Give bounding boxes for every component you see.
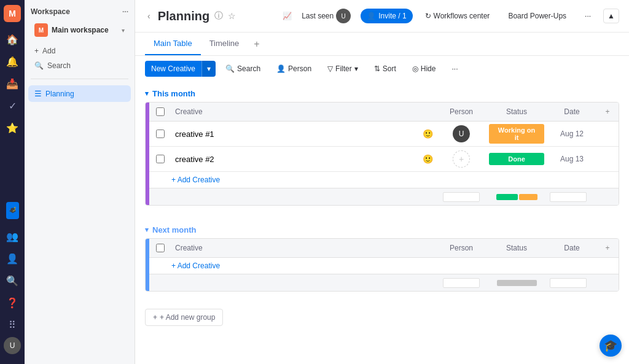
invite-button[interactable]: 👤 Invite / 1 (361, 9, 412, 23)
add-new-group-button[interactable]: + + Add new group (145, 309, 223, 326)
filter-icon: ▽ (327, 64, 333, 73)
nm-add-col-button[interactable]: + (596, 244, 619, 252)
hide-label: Hide (421, 64, 436, 73)
help-widget-button[interactable]: 🎓 (600, 335, 622, 357)
sidebar-divider (31, 79, 128, 79)
table-row: creative #1 🙂 U Working on it Aug 12 (149, 122, 619, 147)
nm-summary-progress-bar (497, 280, 537, 286)
group-next-month: ▾ Next month Creative (145, 218, 619, 292)
board-power-ups-button[interactable]: Board Power-Ups (502, 9, 572, 23)
new-creative-caret-icon[interactable]: ▾ (201, 61, 216, 77)
row1-emoji-icon[interactable]: 🙂 (423, 129, 433, 139)
select-all-checkbox[interactable] (156, 107, 165, 116)
header-creative-col: Creative (171, 103, 437, 121)
trending-icon: 📈 (283, 12, 292, 20)
person-add-icon[interactable]: 👤 (2, 249, 22, 268)
topbar-more-button[interactable]: ··· (579, 9, 597, 23)
tab-timeline[interactable]: Timeline (201, 33, 248, 55)
creative-col-label: Creative (175, 107, 203, 116)
workspace-selector[interactable]: M Main workspace ▾ (28, 21, 131, 42)
group-this-month: ▾ This month Creative (145, 82, 619, 206)
person-col-label: Person (450, 107, 473, 116)
last-seen-button[interactable]: Last seen U (298, 6, 354, 26)
collapse-button[interactable]: ▲ (603, 9, 619, 23)
row2-person-cell[interactable]: + (437, 147, 486, 171)
last-seen-avatar: U (336, 9, 351, 23)
row1-person-cell[interactable]: U (437, 122, 486, 146)
help-icon[interactable]: ❓ (2, 293, 22, 312)
new-creative-label: New Creative (145, 61, 201, 77)
user-avatar[interactable]: U (4, 337, 21, 354)
header-status-col: Status (486, 105, 547, 118)
toolbar: New Creative ▾ 🔍 Search 👤 Person ▽ Filte… (135, 56, 629, 82)
app-logo: M (4, 5, 21, 22)
nm-header-date-col: Date (547, 239, 596, 257)
home-icon[interactable]: 🏠 (2, 29, 22, 49)
summary-status-cell (486, 192, 547, 203)
date-col-label: Date (564, 107, 579, 116)
group-next-month-header[interactable]: ▾ Next month (145, 218, 619, 238)
nm-summary-date-spacer (547, 273, 596, 292)
back-icon[interactable]: ‹ (145, 9, 153, 23)
row2-status-cell[interactable]: Done (486, 150, 547, 168)
apps-icon[interactable]: ⠿ (2, 315, 22, 335)
search-button[interactable]: 🔍 Search (31, 59, 128, 72)
nm-select-all-checkbox[interactable] (156, 244, 165, 252)
row1-checkbox[interactable] (156, 130, 165, 138)
topbar-left: ‹ Planning ⓘ ☆ (145, 9, 236, 23)
nm-summary-person-spacer (437, 274, 486, 292)
people-icon[interactable]: 👥 (2, 227, 22, 246)
see-plans-button[interactable]: 🎓 (6, 202, 19, 219)
hide-button[interactable]: ◎ Hide (406, 61, 442, 76)
search-toolbar-label: Search (237, 64, 260, 73)
nm-date-col-label: Date (564, 244, 579, 252)
workspace-more-icon[interactable]: ··· (122, 7, 128, 16)
group-this-month-chevron-icon: ▾ (145, 90, 149, 98)
working-progress (519, 194, 537, 200)
inbox-icon[interactable]: 📥 (2, 74, 22, 93)
table-row: creative #2 🙂 + Done Aug 13 (149, 147, 619, 172)
row2-person-empty[interactable]: + (453, 150, 470, 168)
add-creative-next-month[interactable]: + Add Creative (149, 258, 619, 274)
search-icon[interactable]: 🔍 (2, 271, 22, 290)
workflows-button[interactable]: ↻ Workflows center (419, 9, 496, 23)
row1-check[interactable] (149, 130, 171, 138)
row1-creative-label: creative #1 (175, 130, 214, 139)
info-icon[interactable]: ⓘ (214, 10, 223, 21)
nm-summary-date-bar (550, 278, 587, 288)
star-icon[interactable]: ☆ (228, 11, 236, 21)
notification-icon[interactable]: 🔔 (2, 52, 22, 71)
summary-creative-spacer (171, 192, 437, 202)
sort-button[interactable]: ⇅ Sort (368, 61, 402, 76)
filter-button[interactable]: ▽ Filter ▾ (321, 61, 364, 76)
toolbar-more-button[interactable]: ··· (445, 61, 464, 76)
favorites-icon[interactable]: ⭐ (2, 118, 22, 137)
group-this-month-header[interactable]: ▾ This month (145, 82, 619, 102)
sidebar-actions: + Add 🔍 Search (25, 42, 135, 75)
planning-icon: ☰ (34, 89, 42, 98)
summary-row-this-month (149, 188, 619, 205)
filter-caret-icon: ▾ (354, 64, 358, 73)
row2-checkbox[interactable] (156, 155, 165, 163)
row2-emoji-icon[interactable]: 🙂 (423, 154, 433, 164)
search-toolbar-button[interactable]: 🔍 Search (219, 61, 267, 76)
nm-header-status-col: Status (486, 241, 547, 255)
person-button[interactable]: 👤 Person (270, 61, 318, 76)
row2-check[interactable] (149, 155, 171, 163)
new-creative-button[interactable]: New Creative ▾ (145, 61, 216, 77)
group-next-month-title: Next month (152, 225, 197, 234)
add-button[interactable]: + Add (31, 44, 128, 58)
row1-status-cell[interactable]: Working on it (486, 122, 547, 146)
header-date-col: Date (547, 103, 596, 121)
sidebar-item-planning[interactable]: ☰ Planning (28, 85, 131, 102)
tab-main-table[interactable]: Main Table (145, 33, 201, 55)
sidebar-header: Workspace ··· (25, 5, 135, 21)
nm-header-check-col (149, 244, 171, 252)
my-work-icon[interactable]: ✓ (2, 96, 22, 115)
topbar-right: 📈 Last seen U 👤 Invite / 1 ↻ Workflows c… (283, 6, 619, 26)
add-tab-button[interactable]: + (248, 34, 265, 55)
toolbar-more-icon: ··· (451, 64, 458, 73)
add-col-button[interactable]: + (596, 107, 619, 116)
add-creative-this-month[interactable]: + Add Creative (149, 172, 619, 188)
board-power-ups-label: Board Power-Ups (508, 12, 566, 20)
